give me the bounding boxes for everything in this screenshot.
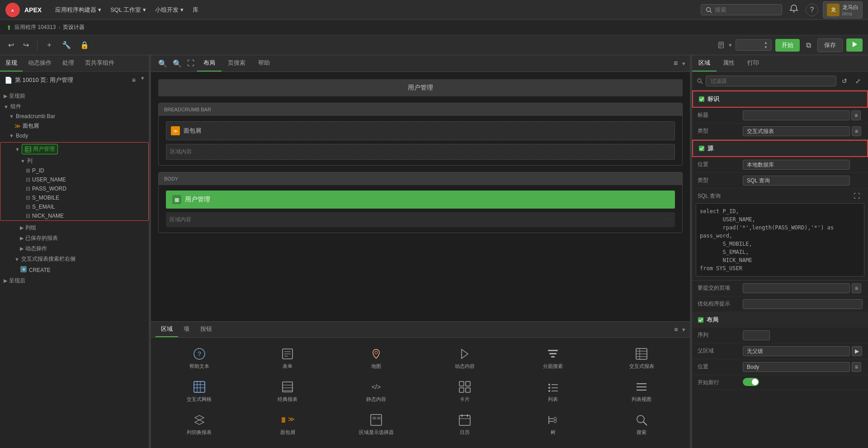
tab-processing[interactable]: 处理 bbox=[57, 55, 80, 71]
tree-item-nickname[interactable]: ⊟ NICK_NAME bbox=[0, 211, 148, 220]
comp-tab-items[interactable]: 项 bbox=[178, 322, 195, 337]
parent-select[interactable]: 无父级 bbox=[743, 346, 850, 356]
global-search[interactable] bbox=[701, 4, 782, 15]
zoom-in-button[interactable]: 🔍 bbox=[170, 57, 184, 70]
submit-action-btn[interactable]: ≡ bbox=[852, 283, 861, 293]
comp-ig[interactable]: 交互式网格 bbox=[156, 375, 243, 407]
tree-item-col-groups[interactable]: ▶ 列组 bbox=[0, 223, 149, 233]
comp-smart-filter[interactable]: 智能筛选器 bbox=[244, 441, 332, 448]
comp-breadcrumb[interactable]: ≫ 面包屑 bbox=[244, 408, 332, 440]
nav-app-builder[interactable]: 应用程序构建器 ▾ bbox=[51, 6, 106, 14]
breadcrumb-app[interactable]: 应用程序 104313 bbox=[14, 24, 56, 31]
tab-shared-components[interactable]: 页共享组件 bbox=[80, 55, 120, 71]
undo-button[interactable]: ↩ bbox=[5, 39, 17, 51]
nav-team-dev[interactable]: 小组开发 ▾ bbox=[151, 6, 188, 14]
run-button[interactable] bbox=[846, 38, 863, 52]
notifications-button[interactable] bbox=[787, 2, 801, 17]
center-menu[interactable]: ≡ ▾ bbox=[671, 57, 685, 69]
title-action-btn[interactable]: ≡ bbox=[851, 110, 861, 120]
comp-form[interactable]: 表单 bbox=[244, 342, 332, 374]
expand-button[interactable]: ⛶ bbox=[184, 57, 197, 69]
tree-item-columns[interactable]: ▼ 列 bbox=[0, 156, 148, 166]
page-stepper[interactable]: ▲ ▼ bbox=[764, 41, 768, 49]
source-header[interactable]: 源 bbox=[692, 140, 868, 157]
right-tab-print[interactable]: 打印 bbox=[741, 55, 765, 71]
tree-item-ir-search[interactable]: ▼ 交互式报表搜索栏右侧 bbox=[0, 254, 149, 264]
sql-code[interactable]: select P_ID, USER_NAME, rpad('*',length(… bbox=[696, 203, 864, 276]
comp-tab-region[interactable]: 区域 bbox=[156, 322, 178, 337]
comp-reorder-report[interactable]: 重排报表 bbox=[332, 441, 420, 448]
comp-dynamic-content[interactable]: 动态内容 bbox=[421, 342, 509, 374]
filter-expand-btn[interactable]: ⤢ bbox=[853, 76, 863, 86]
tab-layout[interactable]: 布局 bbox=[197, 55, 222, 71]
right-tab-attrs[interactable]: 属性 bbox=[717, 55, 741, 71]
tree-item-smobile[interactable]: ⊟ S_MOBILE bbox=[0, 193, 148, 202]
help-button[interactable]: ? bbox=[806, 4, 818, 16]
comp-ir[interactable]: 交互式报表 bbox=[598, 342, 685, 374]
redo-button[interactable]: ↪ bbox=[20, 39, 32, 51]
tree-item-pid[interactable]: ⊞ P_ID bbox=[0, 166, 148, 175]
identification-header[interactable]: 标识 bbox=[692, 91, 868, 108]
type-select[interactable]: 交互式报表 bbox=[743, 126, 850, 136]
comp-list-view[interactable]: 列表视图 bbox=[598, 375, 685, 407]
nav-gallery[interactable]: 库 bbox=[188, 6, 203, 14]
comp-menu-btn[interactable]: ≡ bbox=[671, 324, 680, 335]
source-type-select[interactable]: SQL 查询 bbox=[743, 176, 850, 186]
tree-item-saved-reports[interactable]: ▶ 已保存的报表 bbox=[0, 233, 149, 243]
new-row-toggle[interactable] bbox=[743, 378, 759, 386]
comp-classic-report[interactable]: 经典报表 bbox=[244, 375, 332, 407]
start-button[interactable]: 开始 bbox=[775, 39, 800, 52]
tab-page-search[interactable]: 页搜索 bbox=[222, 55, 252, 71]
comp-map[interactable]: 地图 bbox=[332, 342, 420, 374]
comp-tab-buttons[interactable]: 按钮 bbox=[195, 322, 217, 337]
canvas-user-mgmt[interactable]: ▦ 用户管理 bbox=[166, 191, 675, 209]
submit-input[interactable] bbox=[743, 283, 850, 293]
order-input[interactable]: 10 bbox=[743, 330, 770, 340]
comp-help-text[interactable]: ? 帮助文本 bbox=[156, 342, 243, 374]
tab-dynamic-actions[interactable]: 动态操作 bbox=[23, 55, 57, 71]
plus-button[interactable]: ＋ bbox=[43, 38, 56, 52]
type-action-btn[interactable]: ≡ bbox=[852, 126, 861, 136]
sql-expand-btn[interactable]: ⛶ bbox=[851, 191, 863, 201]
position-select[interactable]: Body bbox=[743, 362, 850, 372]
tree-item-password[interactable]: ⊟ PASS_WORD bbox=[0, 184, 148, 193]
comp-tree[interactable]: 树 bbox=[509, 408, 597, 440]
tab-help[interactable]: 帮助 bbox=[252, 55, 276, 71]
location-select[interactable]: 本地数据库 bbox=[743, 160, 850, 170]
parent-action-btn[interactable]: ▶ bbox=[852, 346, 862, 356]
tree-item-semail[interactable]: ⊟ S_EMAIL bbox=[0, 202, 148, 211]
tree-item-breadcrumb[interactable]: ≫ 面包屑 bbox=[0, 121, 149, 131]
tree-item-render-before[interactable]: ▶ 呈现前 bbox=[0, 91, 149, 101]
comp-region-selector[interactable]: 区域显示选择器 bbox=[332, 408, 420, 440]
tree-item-breadcrumb-bar[interactable]: ▼ Breadcrumb Bar bbox=[0, 112, 149, 121]
filter-input[interactable] bbox=[706, 76, 836, 86]
zoom-out-button[interactable]: 🔍 bbox=[156, 57, 170, 70]
tree-item-body[interactable]: ▼ Body bbox=[0, 131, 149, 140]
tree-item-create[interactable]: ⚙ CREATE bbox=[0, 264, 149, 276]
comp-list[interactable]: 列表 bbox=[509, 375, 597, 407]
title-input[interactable]: 用户管理 bbox=[743, 110, 850, 120]
tree-item-render-after[interactable]: ▶ 呈现后 bbox=[0, 276, 149, 286]
comp-calendar[interactable]: 日历 bbox=[421, 408, 509, 440]
tree-item-dynamic-actions[interactable]: ▶ 动态操作 bbox=[0, 243, 149, 254]
settings-button[interactable]: 🔧 bbox=[59, 39, 74, 51]
nav-sql-workshop[interactable]: SQL 工作室 ▾ bbox=[106, 6, 151, 14]
comp-url[interactable]: URL bbox=[421, 441, 509, 448]
tree-item-components[interactable]: ▼ 组件 bbox=[0, 101, 149, 112]
user-mgmt-node[interactable]: 用户管理 bbox=[22, 144, 58, 154]
tree-item-username[interactable]: ⊟ USER_NAME bbox=[0, 175, 148, 184]
position-action-btn[interactable]: ≡ bbox=[852, 362, 861, 372]
tree-item-user-mgmt[interactable]: ▼ 用户管理 bbox=[0, 143, 148, 156]
comp-col-toggle[interactable]: 列切换报表 bbox=[156, 408, 243, 440]
search-input[interactable] bbox=[715, 6, 774, 13]
user-avatar[interactable]: 龙 龙马白 blma bbox=[823, 1, 863, 19]
comp-cards[interactable]: 卡片 bbox=[421, 375, 509, 407]
tab-render[interactable]: 呈现 bbox=[0, 55, 23, 71]
comp-chart[interactable]: 图表 bbox=[156, 441, 243, 448]
canvas-breadcrumb-item[interactable]: ≫ 面包屑 bbox=[166, 121, 675, 140]
right-tab-region[interactable]: 区域 bbox=[692, 55, 717, 71]
comp-faceted-search[interactable]: 分面搜索 bbox=[509, 342, 597, 374]
comp-search[interactable]: 搜索 bbox=[598, 408, 685, 440]
copy-button[interactable]: ⧉ bbox=[803, 39, 814, 51]
comp-static-content[interactable]: </> 静态内容 bbox=[332, 375, 420, 407]
